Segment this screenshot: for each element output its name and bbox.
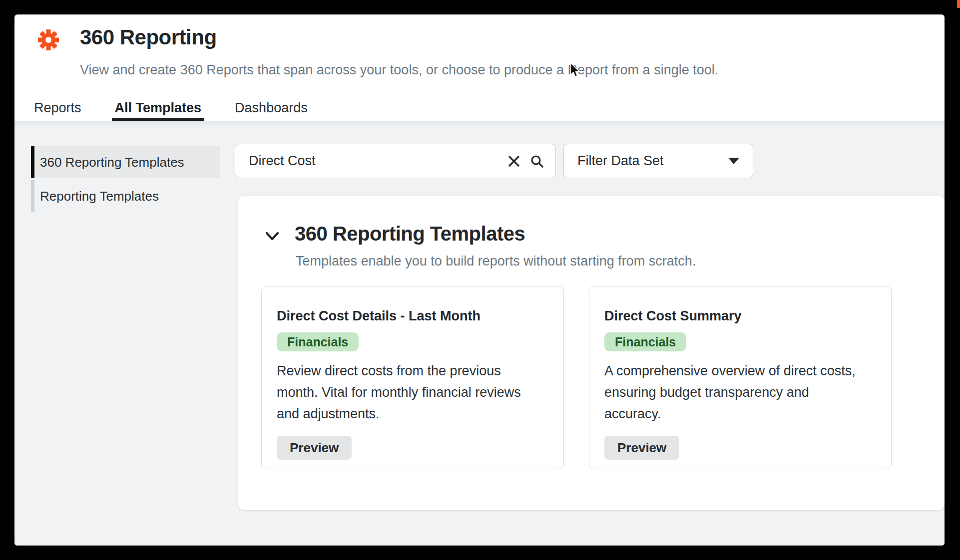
tab-all-templates[interactable]: All Templates <box>112 97 205 121</box>
section-subtitle: Templates enable you to build reports wi… <box>296 254 696 269</box>
search-icon[interactable] <box>528 153 545 170</box>
sidebar-item-360-reporting-templates[interactable]: 360 Reporting Templates <box>31 146 220 178</box>
card-description: A comprehensive overview of direct costs… <box>604 360 879 425</box>
templates-panel: 360 Reporting Templates Templates enable… <box>238 196 945 510</box>
caret-down-icon <box>728 158 739 164</box>
template-card-direct-cost-summary: Direct Cost Summary Financials A compreh… <box>589 286 892 469</box>
financials-tag: Financials <box>604 332 686 351</box>
tab-reports[interactable]: Reports <box>31 97 84 121</box>
sidebar: 360 Reporting Templates Reporting Templa… <box>31 146 220 212</box>
financials-tag: Financials <box>277 332 359 351</box>
preview-button[interactable]: Preview <box>277 436 352 460</box>
page-body: 360 Reporting Templates Reporting Templa… <box>14 121 945 546</box>
tab-dashboards[interactable]: Dashboards <box>232 97 311 121</box>
card-title: Direct Cost Summary <box>604 308 742 324</box>
tab-bar: Reports All Templates Dashboards <box>31 97 311 121</box>
sidebar-item-label: Reporting Templates <box>40 189 159 204</box>
chevron-down-icon[interactable] <box>264 231 280 245</box>
preview-button[interactable]: Preview <box>604 436 679 460</box>
filter-data-set-label: Filter Data Set <box>564 153 728 169</box>
screen-frame: 360 Reporting View and create 360 Report… <box>0 0 960 560</box>
sidebar-item-reporting-templates[interactable]: Reporting Templates <box>31 180 220 212</box>
gear-icon <box>37 29 59 51</box>
section-title: 360 Reporting Templates <box>295 223 525 245</box>
card-description: Review direct costs from the previous mo… <box>277 360 551 425</box>
clear-search-icon[interactable] <box>505 153 522 170</box>
template-card-direct-cost-details: Direct Cost Details - Last Month Financi… <box>261 286 564 469</box>
search-input[interactable] <box>235 153 505 169</box>
screen-edge-artifact <box>957 0 960 8</box>
page-title: 360 Reporting <box>80 25 217 49</box>
app-window: 360 Reporting View and create 360 Report… <box>14 14 945 546</box>
sidebar-item-label: 360 Reporting Templates <box>40 155 184 170</box>
page-subtitle: View and create 360 Reports that span ac… <box>80 62 718 78</box>
search-box <box>235 144 556 178</box>
card-title: Direct Cost Details - Last Month <box>277 308 480 324</box>
filter-data-set-select[interactable]: Filter Data Set <box>563 144 753 178</box>
